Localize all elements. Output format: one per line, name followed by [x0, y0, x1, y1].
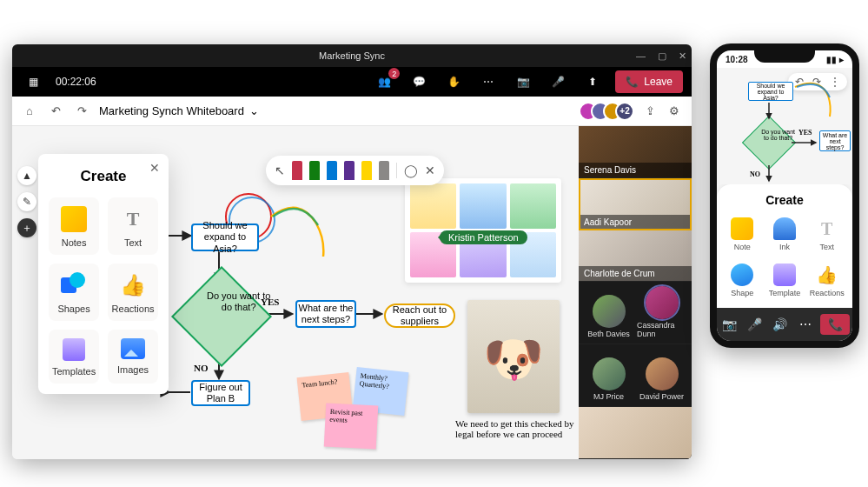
create-notes-button[interactable]: Notes [49, 197, 99, 255]
phone-create-ink[interactable]: Ink [766, 214, 804, 255]
phone-flow-node[interactable]: Should we expand to Asia? [748, 82, 793, 101]
whiteboard-canvas[interactable]: ▲ ✎ ＋ ✕ Create Notes T Text [12, 126, 579, 459]
teams-mobile-device: 10:28 ▮▮ ▸ ↶ ↷ ⋮ Should we expand to Asi… [710, 43, 859, 348]
phone-flow-decision[interactable]: Do you want to do that? [742, 116, 796, 170]
create-shapes-button[interactable]: Shapes [49, 264, 99, 321]
phone-hangup-icon: 📞 [626, 76, 639, 88]
avatar-tile[interactable]: David Power [637, 357, 686, 401]
avatar-tile[interactable]: Cassandra Dunn [637, 286, 686, 338]
live-cursor-label: Kristin Patterson [440, 230, 527, 244]
flow-node-decision[interactable]: Do you want to do that? [186, 281, 257, 352]
window-minimize-button[interactable]: — [636, 50, 646, 61]
phone-call-toolbar: 📷 🎤 🔊 ⋯ 📞 [717, 308, 852, 341]
pen-eraser[interactable] [379, 161, 389, 180]
main-content-row: ▲ ✎ ＋ ✕ Create Notes T Text [12, 126, 692, 459]
swatch[interactable] [410, 183, 456, 229]
phone-flow-next[interactable]: What are next steps? [819, 130, 851, 151]
video-tile[interactable]: Charlotte de Crum [579, 230, 692, 283]
ink-icon [773, 217, 796, 240]
reactions-icon: 👍 [816, 264, 838, 286]
phone-create-note[interactable]: Note [724, 214, 761, 255]
close-pen-toolbar[interactable]: ✕ [425, 163, 435, 177]
phone-mic-button[interactable]: 🎤 [745, 314, 765, 335]
phone-hangup-button[interactable]: 📞 [820, 314, 850, 335]
share-screen-button[interactable]: ⬆ [580, 71, 605, 92]
gallery-view-button[interactable]: ▦ [21, 71, 45, 92]
chat-button[interactable]: 💬 [407, 71, 431, 92]
phone-more-button[interactable]: ⋮ [830, 76, 840, 88]
phone-canvas-toolbar: ↶ ↷ ⋮ [788, 73, 847, 90]
window-titlebar: Marketing Sync — ▢ ✕ [12, 44, 692, 67]
inserted-image[interactable] [467, 300, 560, 413]
phone-create-reactions[interactable]: 👍 Reactions [808, 260, 845, 301]
people-button[interactable]: 👥 2 [372, 71, 396, 92]
create-images-button[interactable]: Images [108, 330, 158, 384]
leave-call-button[interactable]: 📞 Leave [615, 70, 683, 93]
pen-green[interactable] [309, 161, 320, 180]
sticky-note[interactable]: Revisit past events [324, 403, 379, 449]
avatar-tile[interactable]: Beth Davies [584, 295, 633, 338]
create-reactions-button[interactable]: 👍 Reactions [108, 264, 158, 321]
video-tile[interactable]: Serena Davis [579, 126, 692, 178]
create-templates-button[interactable]: Templates [49, 330, 99, 384]
whiteboard-title-dropdown[interactable]: Marketing Synch Whiteboard ⌄ [99, 104, 259, 117]
presence-avatar-stack[interactable]: +2 [586, 102, 634, 121]
phone-flow-no: NO [750, 170, 760, 178]
video-tile-active-speaker[interactable]: Aadi Kapoor [579, 178, 692, 230]
canvas-tool-rail: ▲ ✎ ＋ [17, 166, 36, 237]
pen-highlighter[interactable] [361, 161, 372, 180]
camera-toggle-button[interactable]: 📷 [511, 71, 535, 92]
phone-create-sheet: Create Note Ink T Text Shape Template [717, 184, 852, 308]
phone-clock: 10:28 [726, 55, 748, 64]
whiteboard-header: ⌂ ↶ ↷ Marketing Synch Whiteboard ⌄ +2 ⇪ … [12, 97, 692, 126]
pen-blue[interactable] [327, 161, 337, 180]
flow-node-reach-out[interactable]: Reach out to suppliers [384, 304, 455, 328]
swatch[interactable] [460, 183, 506, 229]
images-icon [121, 338, 145, 359]
phone-undo-button[interactable]: ↶ [795, 76, 804, 88]
note-icon [731, 217, 753, 240]
people-badge: 2 [388, 68, 400, 79]
phone-speaker-button[interactable]: 🔊 [770, 314, 791, 335]
chevron-down-icon: ⌄ [249, 104, 259, 117]
more-actions-button[interactable]: ⋯ [476, 71, 500, 92]
window-close-button[interactable]: ✕ [679, 50, 686, 62]
phone-create-template[interactable]: Template [766, 260, 804, 301]
status-icons: ▮▮ ▸ [826, 55, 844, 64]
flow-node-expand-asia[interactable]: Should we expand to Asia? [191, 223, 259, 251]
phone-redo-button[interactable]: ↷ [812, 76, 821, 88]
video-tile-self[interactable] [579, 407, 692, 459]
mic-toggle-button[interactable]: 🎤 [546, 71, 570, 92]
pen-purple[interactable] [344, 161, 354, 180]
swatch[interactable] [510, 183, 556, 229]
avatar-tile[interactable]: MJ Price [584, 357, 633, 401]
flow-label-yes: YES [261, 297, 279, 307]
add-content-button[interactable]: ＋ [17, 218, 36, 237]
flow-node-next-steps[interactable]: What are the next steps? [295, 300, 356, 328]
create-text-button[interactable]: T Text [108, 197, 158, 255]
select-tool-button[interactable]: ▲ [17, 166, 36, 185]
redo-button[interactable]: ↷ [73, 104, 90, 117]
share-button[interactable]: ⇪ [641, 104, 659, 117]
phone-create-text[interactable]: T Text [808, 214, 845, 255]
flow-node-plan-b[interactable]: Figure out Plan B [191, 380, 250, 406]
phone-create-shape[interactable]: Shape [724, 260, 761, 301]
phone-camera-button[interactable]: 📷 [719, 314, 740, 335]
home-button[interactable]: ⌂ [21, 104, 38, 117]
undo-button[interactable]: ↶ [47, 104, 64, 117]
phone-more-button[interactable]: ⋯ [795, 314, 816, 335]
pen-red[interactable] [292, 161, 302, 180]
templates-icon [63, 338, 85, 361]
lasso-tool[interactable]: ◯ [404, 163, 418, 177]
pointer-tool[interactable]: ↖ [275, 163, 285, 177]
settings-button[interactable]: ⚙ [666, 104, 683, 117]
close-panel-button[interactable]: ✕ [149, 161, 160, 175]
call-timer: 00:22:06 [56, 76, 96, 88]
pen-tool-button[interactable]: ✎ [17, 192, 36, 211]
notes-icon [61, 206, 87, 232]
people-icon: 👥 [378, 76, 391, 88]
window-maximize-button[interactable]: ▢ [658, 50, 666, 62]
phone-whiteboard-canvas[interactable]: ↶ ↷ ⋮ Should we expand to Asia? Do you w… [717, 68, 852, 184]
image-caption: We need to get this checked by legal bef… [455, 418, 579, 439]
reactions-button[interactable]: ✋ [441, 71, 466, 92]
